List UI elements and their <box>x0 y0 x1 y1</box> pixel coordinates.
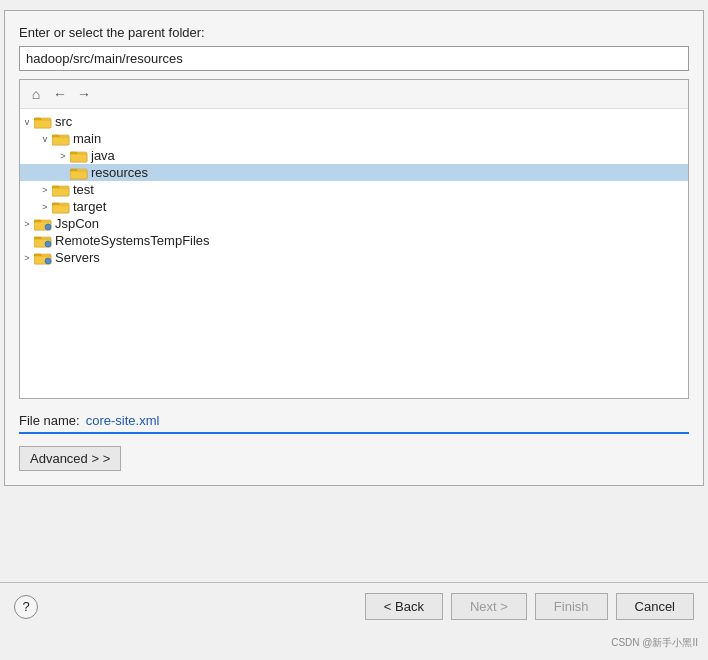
cancel-button[interactable]: Cancel <box>616 593 694 620</box>
toggle-icon[interactable]: > <box>56 149 70 163</box>
tree-item-main[interactable]: v main <box>20 130 688 147</box>
tree-item-src[interactable]: v src <box>20 113 688 130</box>
folder-icon <box>52 200 70 214</box>
parent-folder-input[interactable] <box>19 46 689 71</box>
toggle-icon[interactable]: v <box>38 132 52 146</box>
svg-rect-2 <box>34 120 51 128</box>
toggle-icon[interactable]: v <box>20 115 34 129</box>
toggle-icon[interactable]: > <box>38 183 52 197</box>
folder-icon <box>34 217 52 231</box>
toggle-icon <box>56 166 70 180</box>
tree-item-JspCon[interactable]: > JspCon <box>20 215 688 232</box>
tree-item-resources[interactable]: resources <box>20 164 688 181</box>
file-name-row: File name: <box>19 411 689 434</box>
svg-rect-5 <box>52 137 69 145</box>
svg-point-25 <box>45 241 51 247</box>
advanced-button[interactable]: Advanced > > <box>19 446 121 471</box>
back-nav-button[interactable]: < Back <box>365 593 443 620</box>
file-name-label: File name: <box>19 413 80 428</box>
item-label: resources <box>91 165 148 180</box>
parent-folder-label: Enter or select the parent folder: <box>19 25 689 40</box>
item-label: src <box>55 114 72 129</box>
svg-rect-17 <box>52 205 69 213</box>
tree-item-target[interactable]: > target <box>20 198 688 215</box>
folder-tree: ⌂ ← → v srcv main> java resources> test>… <box>19 79 689 399</box>
item-label: JspCon <box>55 216 99 231</box>
item-label: RemoteSystemsTempFiles <box>55 233 210 248</box>
toggle-icon <box>20 234 34 248</box>
svg-rect-14 <box>52 188 69 196</box>
folder-icon <box>70 166 88 180</box>
toggle-icon[interactable]: > <box>20 251 34 265</box>
item-label: Servers <box>55 250 100 265</box>
finish-button[interactable]: Finish <box>535 593 608 620</box>
svg-rect-8 <box>70 154 87 162</box>
svg-point-21 <box>45 224 51 230</box>
folder-icon <box>70 149 88 163</box>
tree-items: v srcv main> java resources> test> targe… <box>20 109 688 397</box>
folder-icon <box>52 132 70 146</box>
folder-icon <box>34 115 52 129</box>
folder-icon <box>52 183 70 197</box>
home-button[interactable]: ⌂ <box>26 84 46 104</box>
tree-item-java[interactable]: > java <box>20 147 688 164</box>
folder-icon <box>34 234 52 248</box>
back-button[interactable]: ← <box>50 84 70 104</box>
toggle-icon[interactable]: > <box>38 200 52 214</box>
tree-item-test[interactable]: > test <box>20 181 688 198</box>
bottom-bar: ? < Back Next > Finish Cancel <box>0 582 708 630</box>
item-label: target <box>73 199 106 214</box>
tree-item-RemoteSystemsTempFiles[interactable]: RemoteSystemsTempFiles <box>20 232 688 249</box>
next-nav-button[interactable]: Next > <box>451 593 527 620</box>
help-button[interactable]: ? <box>14 595 38 619</box>
svg-rect-11 <box>70 171 87 179</box>
item-label: test <box>73 182 94 197</box>
new-file-dialog: Enter or select the parent folder: ⌂ ← →… <box>4 10 704 486</box>
file-name-input[interactable] <box>86 411 689 430</box>
toggle-icon[interactable]: > <box>20 217 34 231</box>
item-label: main <box>73 131 101 146</box>
svg-point-29 <box>45 258 51 264</box>
folder-icon <box>34 251 52 265</box>
forward-button[interactable]: → <box>74 84 94 104</box>
item-label: java <box>91 148 115 163</box>
watermark: CSDN @新手小黑II <box>611 636 698 650</box>
tree-item-Servers[interactable]: > Servers <box>20 249 688 266</box>
tree-toolbar: ⌂ ← → <box>20 80 688 109</box>
